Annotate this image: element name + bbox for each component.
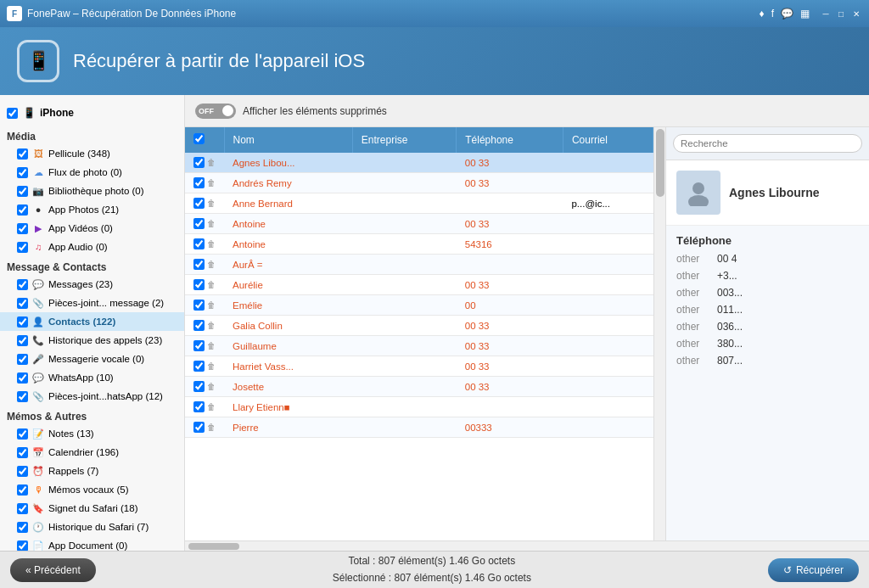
- row-name[interactable]: Agnes Libou...: [224, 153, 352, 173]
- table-row[interactable]: 🗑 Agnes Libou... 00 33: [185, 153, 653, 173]
- row-name[interactable]: Antoine: [224, 214, 352, 234]
- table-row[interactable]: 🗑 Emélie 00: [185, 295, 653, 316]
- table-row[interactable]: 🗑 Llary Etienn■: [185, 397, 653, 417]
- sidebar-item-pieces[interactable]: 📎Pièces-joint... message (2): [0, 294, 184, 312]
- row-company: [352, 193, 456, 214]
- table-row[interactable]: 🗑 Guillaume 00 33: [185, 336, 653, 356]
- delete-icon[interactable]: 🗑: [207, 341, 216, 350]
- delete-icon[interactable]: 🗑: [207, 300, 216, 310]
- sidebar-item-app-audio[interactable]: ♫App Audio (0): [0, 238, 184, 256]
- delete-icon[interactable]: 🗑: [207, 402, 216, 412]
- row-email: [563, 275, 653, 295]
- delete-icon[interactable]: 🗑: [207, 382, 216, 391]
- table-wrapper[interactable]: Nom Entreprise Téléphone Courriel 🗑 Agne…: [185, 127, 653, 540]
- table-row[interactable]: 🗑 Antoine 00 33: [185, 214, 653, 234]
- sidebar-item-historique2[interactable]: 🕐Historique du Safari (7): [0, 518, 184, 536]
- delete-icon[interactable]: 🗑: [207, 361, 216, 371]
- toggle-deleted-switch[interactable]: OFF: [195, 104, 236, 119]
- sidebar-item-calendrier[interactable]: 📅Calendrier (196): [0, 443, 184, 462]
- delete-icon[interactable]: 🗑: [207, 199, 216, 208]
- row-name[interactable]: Anne Bernard: [224, 193, 352, 214]
- col-nom[interactable]: Nom: [224, 127, 352, 153]
- row-check-cell[interactable]: 🗑: [185, 193, 224, 214]
- table-row[interactable]: 🗑 Josette 00 33: [185, 377, 653, 397]
- table-row[interactable]: 🗑 Andrés Remy 00 33: [185, 173, 653, 193]
- row-check-cell[interactable]: 🗑: [185, 417, 224, 438]
- sidebar-item-memos[interactable]: 🎙Mémos vocaux (5): [0, 480, 184, 499]
- row-name[interactable]: Llary Etienn■: [224, 397, 352, 417]
- sidebar-item-pellicule[interactable]: 🖼Pellicule (348): [0, 144, 184, 163]
- close-button[interactable]: ✕: [850, 8, 862, 20]
- window-controls[interactable]: ─ □ ✕: [820, 8, 862, 20]
- row-name[interactable]: Harriet Vass...: [224, 356, 352, 377]
- row-check-cell[interactable]: 🗑: [185, 295, 224, 316]
- device-checkbox[interactable]: [7, 108, 18, 119]
- sidebar-item-whatsapp[interactable]: 💬WhatsApp (10): [0, 368, 184, 387]
- col-courriel[interactable]: Courriel: [563, 127, 653, 153]
- delete-icon[interactable]: 🗑: [207, 158, 216, 167]
- section-media: Média: [0, 126, 184, 144]
- sidebar-item-app-videos[interactable]: ▶App Vidéos (0): [0, 219, 184, 238]
- delete-icon[interactable]: 🗑: [207, 219, 216, 228]
- row-name[interactable]: Antoine: [224, 234, 352, 255]
- row-name[interactable]: Galia Collin: [224, 316, 352, 336]
- table-row[interactable]: 🗑 Aurélie 00 33: [185, 275, 653, 295]
- minimize-button[interactable]: ─: [820, 8, 832, 20]
- row-name[interactable]: Josette: [224, 377, 352, 397]
- sidebar-item-rappels[interactable]: ⏰Rappels (7): [0, 462, 184, 480]
- sidebar-item-messagerie[interactable]: 🎤Messagerie vocale (0): [0, 350, 184, 368]
- row-check-cell[interactable]: 🗑: [185, 275, 224, 295]
- sidebar-item-appdoc[interactable]: 📄App Document (0): [0, 536, 184, 551]
- previous-button[interactable]: « Précédent: [10, 558, 96, 582]
- row-name[interactable]: Andrés Remy: [224, 173, 352, 193]
- sidebar-item-contacts[interactable]: 👤Contacts (122): [0, 312, 184, 331]
- maximize-button[interactable]: □: [835, 8, 847, 20]
- search-input[interactable]: [673, 134, 862, 153]
- row-check-cell[interactable]: 🗑: [185, 153, 224, 173]
- table-row[interactable]: 🗑 Galia Collin 00 33: [185, 316, 653, 336]
- row-name[interactable]: Guillaume: [224, 336, 352, 356]
- scroll-thumb[interactable]: [656, 129, 664, 197]
- row-check-cell[interactable]: 🗑: [185, 397, 224, 417]
- delete-icon[interactable]: 🗑: [207, 178, 216, 188]
- table-row[interactable]: 🗑 Harriet Vass... 00 33: [185, 356, 653, 377]
- delete-icon[interactable]: 🗑: [207, 239, 216, 249]
- col-check[interactable]: [185, 127, 224, 153]
- table-row[interactable]: 🗑 Antoine 54316: [185, 234, 653, 255]
- row-name[interactable]: Pierre: [224, 417, 352, 438]
- row-check-cell[interactable]: 🗑: [185, 214, 224, 234]
- row-check-cell[interactable]: 🗑: [185, 255, 224, 275]
- row-check-cell[interactable]: 🗑: [185, 234, 224, 255]
- h-scroll-thumb[interactable]: [188, 543, 239, 550]
- col-telephone[interactable]: Téléphone: [457, 127, 563, 153]
- row-check-cell[interactable]: 🗑: [185, 377, 224, 397]
- row-check-cell[interactable]: 🗑: [185, 336, 224, 356]
- table-row[interactable]: 🗑 AurÂ =: [185, 255, 653, 275]
- table-row[interactable]: 🗑 Anne Bernard p...@ic...: [185, 193, 653, 214]
- sidebar-item-signet[interactable]: 🔖Signet du Safari (18): [0, 499, 184, 518]
- table-scrollbar[interactable]: [653, 127, 665, 540]
- sidebar-item-flux[interactable]: ☁Flux de photo (0): [0, 163, 184, 182]
- row-name[interactable]: AurÂ =: [224, 255, 352, 275]
- col-entreprise[interactable]: Entreprise: [352, 127, 456, 153]
- sidebar-item-bibliotheque[interactable]: 📷Bibliothèque photo (0): [0, 182, 184, 200]
- sidebar-item-notes[interactable]: 📝Notes (13): [0, 424, 184, 443]
- delete-icon[interactable]: 🗑: [207, 280, 216, 289]
- row-check-cell[interactable]: 🗑: [185, 356, 224, 377]
- row-check-cell[interactable]: 🗑: [185, 316, 224, 336]
- row-company: [352, 153, 456, 173]
- delete-icon[interactable]: 🗑: [207, 260, 216, 269]
- table-row[interactable]: 🗑 Pierre 00333: [185, 417, 653, 438]
- sidebar-item-app-photos[interactable]: ●App Photos (21): [0, 200, 184, 219]
- row-name[interactable]: Emélie: [224, 295, 352, 316]
- sidebar-item-pieces2[interactable]: 📎Pièces-joint...hatsApp (12): [0, 387, 184, 406]
- delete-icon[interactable]: 🗑: [207, 321, 216, 330]
- sidebar-item-historique[interactable]: 📞Historique des appels (23): [0, 331, 184, 350]
- recover-button[interactable]: ↺ Récupérer: [768, 558, 859, 582]
- row-check-cell[interactable]: 🗑: [185, 173, 224, 193]
- sidebar-item-messages[interactable]: 💬Messages (23): [0, 275, 184, 294]
- horizontal-scrollbar[interactable]: [185, 540, 869, 551]
- delete-icon[interactable]: 🗑: [207, 423, 216, 432]
- device-item[interactable]: 📱 iPhone: [0, 100, 184, 126]
- row-name[interactable]: Aurélie: [224, 275, 352, 295]
